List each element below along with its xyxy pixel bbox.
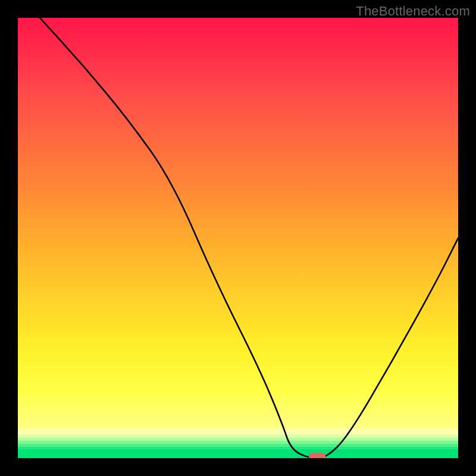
bottleneck-curve-line (40, 18, 458, 458)
chart-svg (18, 18, 458, 458)
plot-area (18, 18, 458, 458)
watermark-text: TheBottleneck.com (356, 4, 470, 19)
chart-frame: TheBottleneck.com (0, 0, 476, 476)
optimum-marker (309, 453, 325, 458)
